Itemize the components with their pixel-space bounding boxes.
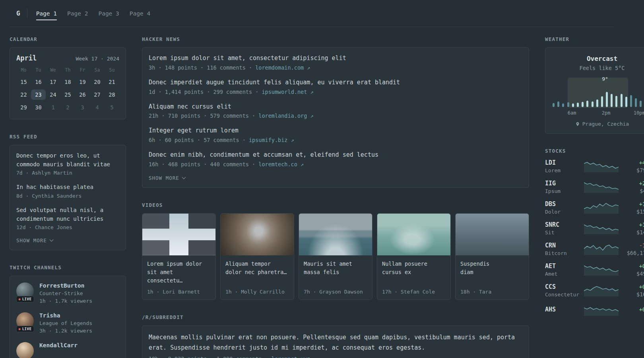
stock-row[interactable]: AETAmet +0.92%$499.72: [545, 263, 644, 277]
twitch-channel-name: KendallCarr: [39, 342, 78, 348]
avatar: [16, 342, 34, 358]
video-thumbnail: [377, 214, 450, 255]
stock-symbol: DBS: [545, 200, 580, 208]
video-card[interactable]: Aliquam tempor dolor nec pharetra… 1h · …: [220, 213, 294, 300]
rss-item-meta: 8d · Cynthia Saunders: [16, 193, 119, 199]
calendar-day: 30: [31, 102, 46, 113]
hackernews-item-meta: 6h · 60 points · 57 comments · ipsumify.…: [149, 137, 522, 143]
twitch-channel-row[interactable]: LIVE ForrestBurton Counter-Strike 1h · 1…: [16, 282, 119, 304]
hackernews-item-meta: 1d · 1,414 points · 299 comments · ipsum…: [149, 89, 522, 95]
chevron-down-icon: [49, 238, 53, 242]
stock-row[interactable]: AHS +0.46%: [545, 304, 644, 316]
calendar-day-next-month: 1: [46, 102, 60, 113]
weather-feels-like: Feels like 5°C: [552, 65, 644, 71]
subreddit-post: Maecenas mollis pulvinar erat non posuer…: [149, 332, 522, 358]
rss-item-title[interactable]: Sed volutpat nulla nisl, a condimentum n…: [16, 206, 119, 223]
rss-item-title[interactable]: Donec tempor eros leo, ut commodo mauris…: [16, 152, 119, 169]
tab-page-1[interactable]: Page 1: [36, 10, 57, 17]
tab-page-4[interactable]: Page 4: [130, 10, 150, 17]
stock-price: $795.18: [623, 167, 644, 173]
calendar-day: 29: [16, 102, 31, 113]
hackernews-item-title[interactable]: Donec imperdiet augue tincidunt felis al…: [149, 78, 522, 87]
app-logo: G: [16, 10, 20, 17]
hackernews-item-domain-link[interactable]: loremtech.co: [258, 161, 297, 167]
stock-name: Dolor: [545, 209, 580, 215]
hackernews-item-title[interactable]: Donec enim nibh, condimentum et accumsan…: [149, 151, 522, 160]
calendar-week-label: Week 17 · 2024: [76, 56, 119, 62]
video-thumbnail: [456, 214, 529, 255]
calendar-day: 16: [31, 77, 46, 87]
stock-price: $66,171.48: [623, 250, 644, 256]
stock-row[interactable]: DBSDolor +1.42%$156.28: [545, 200, 644, 215]
subreddit-header: /R/SUBREDDIT: [142, 314, 529, 320]
live-dot-icon: [19, 328, 21, 330]
stock-price: $148.64: [623, 229, 644, 235]
dow-label: Tu: [31, 67, 46, 74]
subreddit-post-meta: 19h · 9,932 points · 1,090 comments · lo…: [149, 356, 522, 358]
live-badge: LIVE: [16, 296, 34, 302]
calendar-month: April: [16, 54, 37, 62]
subreddit-post-domain-link[interactable]: loremnet.xyz: [272, 356, 310, 358]
stock-row[interactable]: CCSConsectetur +0.51%$165.84: [545, 283, 644, 298]
weather-location-label: Prague, Czechia: [582, 121, 629, 127]
subreddit-widget: /R/SUBREDDIT Maecenas mollis pulvinar er…: [142, 314, 529, 358]
stock-sparkline: [584, 284, 619, 296]
hackernews-item-domain-link[interactable]: ipsumworld.net: [262, 89, 307, 95]
video-card[interactable]: Suspendis diam 18h · Tara: [455, 213, 529, 300]
hackernews-item-title[interactable]: Integer eget rutrum lorem: [149, 126, 522, 135]
twitch-widget: TWITCH CHANNELS LIVE ForrestBurton Count…: [10, 265, 126, 358]
hackernews-item-domain-link[interactable]: ipsumify.biz: [249, 137, 288, 143]
external-link-icon: ↗: [310, 89, 313, 95]
stock-price: $499.72: [623, 270, 644, 277]
rss-widget: RSS FEED Donec tempor eros leo, ut commo…: [10, 134, 126, 250]
twitch-channel-row[interactable]: KendallCarr: [16, 342, 119, 358]
calendar-day-next-month: 3: [75, 102, 90, 113]
video-card[interactable]: Mauris sit amet massa felis 7h · Grayson…: [299, 213, 372, 300]
external-link-icon: ↗: [291, 137, 294, 143]
live-dot-icon: [19, 298, 21, 300]
rss-item: Donec tempor eros leo, ut commodo mauris…: [16, 152, 119, 176]
page-tabs: Page 1 Page 2 Page 3 Page 4: [36, 0, 151, 27]
hackernews-item-title[interactable]: Lorem ipsum dolor sit amet, consectetur …: [149, 54, 522, 63]
videos-header: VIDEOS: [142, 202, 529, 208]
live-badge: LIVE: [16, 326, 34, 332]
stock-change: -1.00%: [623, 242, 644, 249]
calendar-day: 28: [105, 90, 119, 100]
stock-symbol: AET: [545, 263, 580, 270]
stock-symbol: SNRC: [545, 221, 580, 228]
hackernews-item-domain-link[interactable]: loremdomain.com: [255, 64, 304, 71]
stock-row[interactable]: CRNBitcorn -1.00%$66,171.48: [545, 242, 644, 256]
twitch-channel-meta: 3h · 1.2k viewers: [39, 328, 92, 334]
twitch-channel-name: Trisha: [39, 312, 92, 319]
hackernews-item: Integer eget rutrum lorem 6h · 60 points…: [149, 126, 522, 143]
video-card[interactable]: Nullam posuere cursus ex 17h · Stefan Co…: [377, 213, 451, 300]
stock-sparkline: [584, 304, 619, 316]
hackernews-item-title[interactable]: Aliquam nec cursus elit: [149, 103, 522, 111]
rss-item-meta: 7d · Ashlyn Martin: [16, 170, 119, 176]
dashboard: G Page 1 Page 2 Page 3 Page 4 CALENDAR A…: [10, 0, 614, 358]
weather-time-label: 10pm: [634, 110, 644, 116]
tab-label: Page 2: [67, 10, 88, 19]
stock-row[interactable]: IIGIpsum +2.84%$42.04: [545, 180, 644, 194]
avatar: LIVE: [16, 282, 34, 300]
hackernews-item-domain-link[interactable]: loremlandia.org: [258, 113, 307, 119]
stock-change: +4.35%: [623, 160, 644, 166]
twitch-channel-row[interactable]: LIVE Trisha League of Legends 3h · 1.2k …: [16, 312, 119, 334]
subreddit-post-title[interactable]: Maecenas mollis pulvinar erat non posuer…: [149, 332, 522, 353]
video-card[interactable]: Lorem ipsum dolor sit amet consectetu… 1…: [142, 213, 216, 300]
twitch-card: LIVE ForrestBurton Counter-Strike 1h · 1…: [10, 276, 126, 358]
stock-change: +2.84%: [623, 180, 644, 187]
stock-sparkline: [584, 222, 619, 234]
stock-price: $156.28: [623, 208, 644, 215]
stock-row[interactable]: LDILorem +4.35%$795.18: [545, 159, 644, 173]
stock-sparkline: [584, 202, 619, 214]
stock-sparkline: [584, 160, 619, 172]
twitch-channel-game: League of Legends: [39, 320, 92, 326]
tab-page-3[interactable]: Page 3: [98, 10, 119, 17]
rss-item-title[interactable]: In hac habitasse platea: [16, 183, 119, 192]
tab-page-2[interactable]: Page 2: [67, 10, 88, 17]
hackernews-show-more-button[interactable]: SHOW MORE: [149, 175, 185, 181]
external-link-icon: ↗: [314, 356, 317, 358]
rss-show-more-button[interactable]: SHOW MORE: [16, 237, 53, 243]
stock-row[interactable]: SNRCSit +1.36%$148.64: [545, 221, 644, 235]
